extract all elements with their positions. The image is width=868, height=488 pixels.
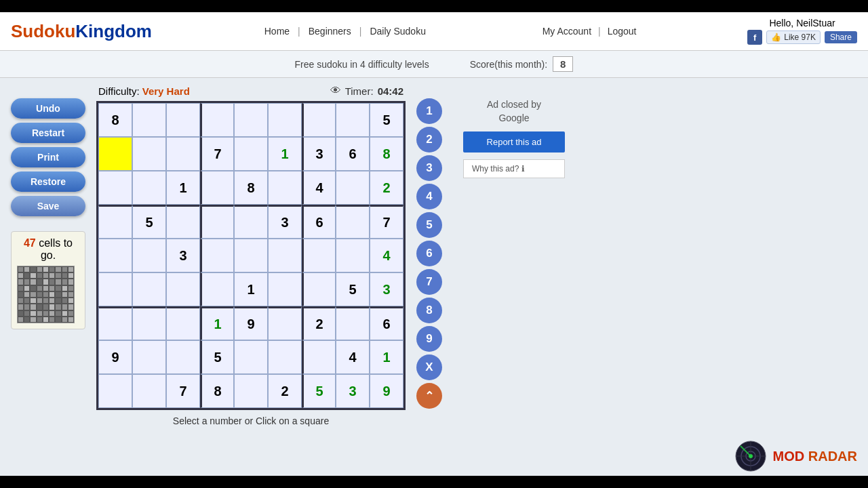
num-btn-9[interactable]: 9 — [416, 326, 442, 352]
sudoku-cell[interactable] — [234, 374, 268, 408]
print-button[interactable]: Print — [11, 147, 85, 167]
sudoku-cell[interactable] — [132, 103, 166, 137]
sudoku-cell[interactable] — [132, 374, 166, 408]
sudoku-cell[interactable]: 3 — [336, 374, 370, 408]
sudoku-cell[interactable] — [268, 272, 302, 306]
sudoku-cell[interactable]: 4 — [302, 171, 336, 205]
sudoku-cell[interactable] — [166, 205, 200, 239]
sudoku-cell[interactable] — [166, 137, 200, 171]
sudoku-cell[interactable] — [268, 340, 302, 374]
sudoku-cell[interactable] — [98, 272, 132, 306]
nav-home[interactable]: Home — [259, 23, 295, 39]
sudoku-cell[interactable]: 4 — [370, 239, 403, 272]
my-account-link[interactable]: My Account — [538, 23, 595, 39]
num-btn-7[interactable]: 7 — [416, 269, 442, 295]
num-btn-1[interactable]: 1 — [416, 98, 442, 124]
caret-button[interactable]: ⌃ — [416, 383, 442, 409]
sudoku-cell[interactable] — [268, 103, 302, 137]
num-btn-4[interactable]: 4 — [416, 184, 442, 209]
sudoku-cell[interactable] — [302, 272, 336, 306]
sudoku-cell[interactable]: 5 — [370, 103, 403, 137]
sudoku-cell[interactable] — [166, 103, 200, 137]
sudoku-cell[interactable] — [166, 340, 200, 374]
sudoku-cell[interactable] — [302, 239, 336, 272]
sudoku-cell[interactable] — [302, 340, 336, 374]
sudoku-cell[interactable]: 3 — [302, 137, 336, 171]
sudoku-cell[interactable]: 2 — [268, 374, 302, 408]
sudoku-cell[interactable] — [336, 103, 370, 137]
sudoku-cell[interactable]: 1 — [370, 340, 403, 374]
restart-button[interactable]: Restart — [11, 123, 85, 143]
sudoku-cell[interactable] — [98, 171, 132, 205]
sudoku-cell[interactable] — [336, 239, 370, 272]
sudoku-cell[interactable]: 2 — [370, 171, 403, 205]
sudoku-cell[interactable]: 9 — [234, 306, 268, 340]
sudoku-cell[interactable]: 1 — [166, 171, 200, 205]
sudoku-cell[interactable]: 8 — [200, 374, 234, 408]
sudoku-cell[interactable] — [166, 272, 200, 306]
sudoku-cell[interactable]: 3 — [370, 272, 403, 306]
clear-button[interactable]: X — [416, 354, 442, 380]
sudoku-cell[interactable] — [200, 171, 234, 205]
sudoku-cell[interactable] — [98, 374, 132, 408]
sudoku-cell[interactable] — [132, 272, 166, 306]
sudoku-cell[interactable] — [200, 205, 234, 239]
sudoku-cell[interactable] — [234, 205, 268, 239]
sudoku-cell[interactable] — [98, 239, 132, 272]
sudoku-cell[interactable]: 3 — [166, 239, 200, 272]
sudoku-cell[interactable] — [234, 340, 268, 374]
sudoku-cell[interactable] — [302, 103, 336, 137]
sudoku-cell[interactable]: 7 — [200, 137, 234, 171]
sudoku-cell[interactable]: 8 — [370, 137, 403, 171]
sudoku-cell[interactable] — [98, 306, 132, 340]
sudoku-cell[interactable] — [336, 205, 370, 239]
num-btn-5[interactable]: 5 — [416, 212, 442, 238]
sudoku-cell[interactable] — [132, 340, 166, 374]
num-btn-2[interactable]: 2 — [416, 127, 442, 152]
sudoku-cell[interactable]: 1 — [268, 137, 302, 171]
sudoku-cell[interactable] — [132, 239, 166, 272]
num-btn-3[interactable]: 3 — [416, 155, 442, 181]
sudoku-cell[interactable]: 5 — [302, 374, 336, 408]
why-ad-section[interactable]: Why this ad? ℹ — [463, 159, 565, 178]
sudoku-cell[interactable] — [132, 137, 166, 171]
nav-daily[interactable]: Daily Sudoku — [364, 23, 431, 39]
sudoku-cell[interactable] — [132, 306, 166, 340]
num-btn-8[interactable]: 8 — [416, 298, 442, 323]
sudoku-cell[interactable] — [268, 306, 302, 340]
sudoku-cell[interactable]: 7 — [166, 374, 200, 408]
restore-button[interactable]: Restore — [11, 171, 85, 192]
sudoku-cell[interactable] — [166, 306, 200, 340]
sudoku-cell[interactable]: 8 — [98, 103, 132, 137]
sudoku-cell[interactable]: 9 — [370, 374, 403, 408]
sudoku-grid[interactable]: 8571368184253673415319269541782539 — [96, 101, 406, 410]
logout-link[interactable]: Logout — [604, 23, 641, 39]
sudoku-cell[interactable]: 2 — [302, 306, 336, 340]
sudoku-cell[interactable] — [336, 171, 370, 205]
nav-beginners[interactable]: Beginners — [303, 23, 357, 39]
like-button[interactable]: 👍 Like 97K — [766, 30, 821, 44]
sudoku-cell[interactable] — [132, 171, 166, 205]
sudoku-cell[interactable]: 1 — [234, 272, 268, 306]
save-button[interactable]: Save — [11, 196, 85, 216]
sudoku-cell[interactable]: 8 — [234, 171, 268, 205]
sudoku-cell[interactable] — [234, 103, 268, 137]
sudoku-cell[interactable]: 5 — [200, 340, 234, 374]
num-btn-6[interactable]: 6 — [416, 241, 442, 266]
sudoku-cell[interactable] — [268, 171, 302, 205]
sudoku-cell[interactable] — [268, 239, 302, 272]
sudoku-cell[interactable]: 4 — [336, 340, 370, 374]
facebook-icon[interactable]: f — [747, 30, 762, 45]
share-button[interactable]: Share — [825, 31, 857, 43]
sudoku-cell[interactable] — [234, 137, 268, 171]
sudoku-cell[interactable]: 3 — [268, 205, 302, 239]
sudoku-cell[interactable] — [98, 205, 132, 239]
sudoku-cell[interactable]: 6 — [370, 306, 403, 340]
sudoku-cell[interactable] — [200, 239, 234, 272]
sudoku-cell[interactable] — [234, 239, 268, 272]
report-ad-button[interactable]: Report this ad — [463, 131, 565, 152]
sudoku-cell[interactable]: 5 — [336, 272, 370, 306]
sudoku-cell[interactable] — [200, 272, 234, 306]
sudoku-cell[interactable]: 9 — [98, 340, 132, 374]
sudoku-cell[interactable] — [336, 306, 370, 340]
